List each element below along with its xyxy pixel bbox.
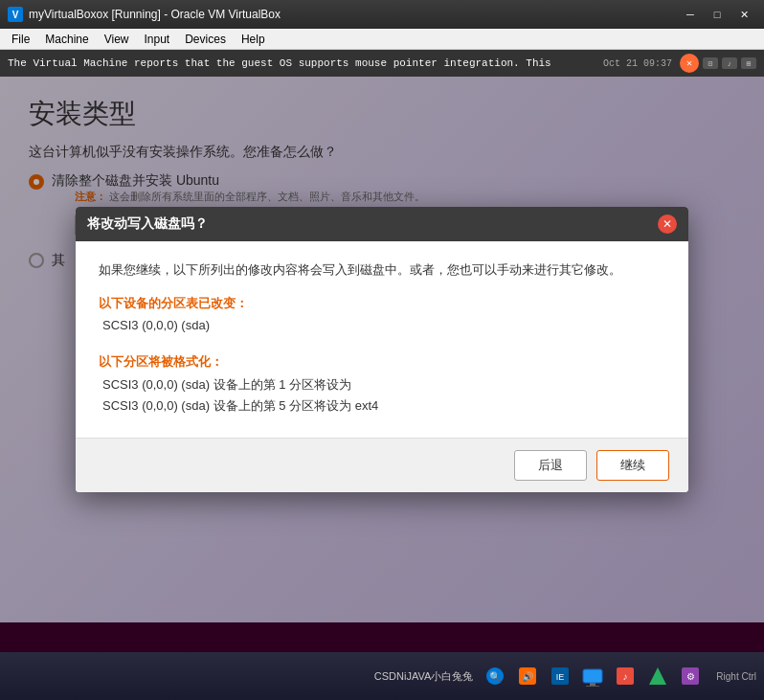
maximize-button[interactable]: □ [705,5,730,24]
resize-icon: ⊞ [741,57,756,69]
vm-screen: 安装类型 这台计算机似乎没有安装操作系统。您准备怎么做？ 清除整个磁盘并安装 U… [0,77,764,622]
taskbar-icon-7[interactable]: ⚙ [676,662,705,690]
menu-machine[interactable]: Machine [37,31,96,48]
menubar: File Machine View Input Devices Help [0,29,764,50]
dialog-title: 将改动写入磁盘吗？ [87,215,208,233]
menu-devices[interactable]: Devices [177,31,234,48]
window-title: myVirtualBoxox [Running] - Oracle VM Vir… [29,8,678,21]
section2-item-1: SCSI3 (0,0,0) (sda) 设备上的第 1 分区将设为 [99,376,665,394]
svg-text:IE: IE [556,672,565,682]
dialog-header: 将改动写入磁盘吗？ ✕ [76,207,688,241]
sound-icon: ♪ [722,57,737,69]
titlebar: V myVirtualBoxox [Running] - Oracle VM V… [0,0,764,29]
svg-rect-8 [586,686,599,687]
taskbar-icons: CSDNiJAVA小白兔兔 🔍 🔊 IE ♪ ⚙ Right Ctrl [374,662,756,690]
dialog-intro-text: 如果您继续，以下所列出的修改内容将会写入到磁盘中。或者，您也可以手动来进行其它修… [99,260,665,280]
back-button[interactable]: 后退 [514,450,587,481]
svg-text:🔊: 🔊 [522,670,534,683]
dialog-body: 如果您继续，以下所列出的修改内容将会写入到磁盘中。或者，您也可以手动来进行其它修… [76,241,688,438]
section2-item-2: SCSI3 (0,0,0) (sda) 设备上的第 5 分区将设为 ext4 [99,397,665,415]
notification-text: The Virtual Machine reports that the gue… [8,57,595,69]
menu-input[interactable]: Input [137,31,178,48]
close-button[interactable]: ✕ [731,5,756,24]
continue-button[interactable]: 继续 [596,450,669,481]
time-display: Oct 21 09:37 [603,58,672,69]
app-icon: V [8,7,23,22]
svg-rect-7 [590,683,595,686]
taskbar-icon-4[interactable] [578,662,607,690]
dialog-footer: 后退 继续 [76,438,688,492]
svg-text:♪: ♪ [623,671,628,682]
taskbar-text: CSDNiJAVA小白兔兔 [374,669,474,684]
taskbar-icon-2[interactable]: 🔊 [513,662,542,690]
notification-close-button[interactable]: ✕ [680,54,699,73]
svg-rect-6 [583,669,602,683]
taskbar-icon-1[interactable]: 🔍 [481,662,509,690]
section1-item-1: SCSI3 (0,0,0) (sda) [99,318,665,332]
dialog-overlay: 将改动写入磁盘吗？ ✕ 如果您继续，以下所列出的修改内容将会写入到磁盘中。或者，… [0,77,764,622]
taskbar-icon-5[interactable]: ♪ [611,662,640,690]
screen-icon: ⊡ [703,57,718,69]
section1-title: 以下设备的分区表已改变： [99,295,665,312]
confirm-dialog: 将改动写入磁盘吗？ ✕ 如果您继续，以下所列出的修改内容将会写入到磁盘中。或者，… [76,207,688,492]
menu-help[interactable]: Help [234,31,273,48]
section2-title: 以下分区将被格式化： [99,353,665,371]
svg-text:🔍: 🔍 [489,670,502,683]
menu-view[interactable]: View [97,31,137,48]
taskbar-icon-3[interactable]: IE [546,662,574,690]
taskbar-icon-6[interactable] [643,662,672,690]
right-ctrl-label: Right Ctrl [716,671,756,682]
minimize-button[interactable]: ─ [678,5,703,24]
svg-marker-11 [649,667,666,685]
dialog-close-button[interactable]: ✕ [658,215,677,234]
notification-bar: The Virtual Machine reports that the gue… [0,50,764,77]
svg-text:⚙: ⚙ [686,671,695,682]
window-controls: ─ □ ✕ [678,5,756,24]
notification-icons: ⊡ ♪ ⊞ [703,57,756,69]
taskbar: CSDNiJAVA小白兔兔 🔍 🔊 IE ♪ ⚙ Right Ctrl [0,652,764,700]
menu-file[interactable]: File [4,31,37,48]
